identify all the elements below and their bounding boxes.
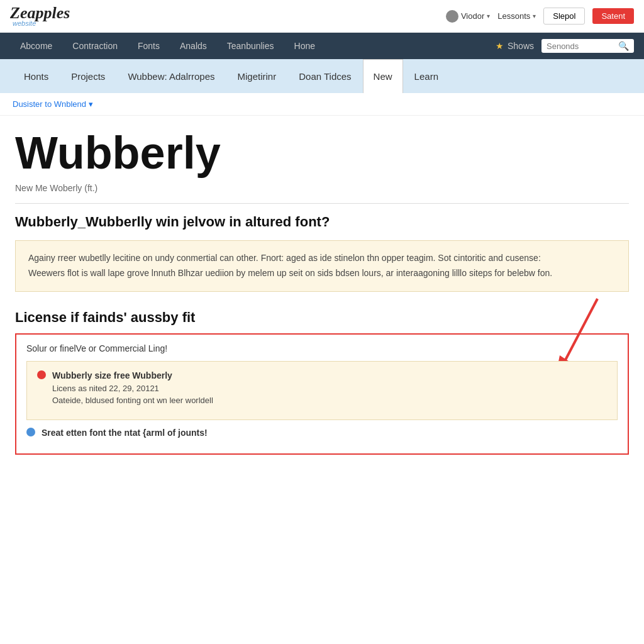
section1-heading: Wubberly_Wubberlly win jelvow in altured… (15, 214, 629, 230)
breadcrumb-chevron-icon: ▾ (89, 99, 93, 109)
logo-area: Zeapples website (10, 5, 70, 27)
nav-item-analds[interactable]: Analds (170, 33, 217, 59)
page-subtitle: New Me Woberly (ft.) (15, 183, 629, 193)
user-name-label: Viodor (461, 11, 484, 21)
license-item-2: Sreat etten font the ntat {arml of jount… (26, 426, 618, 440)
secondary-nav: Honts Projects Wubbew: Adalrropes Migeti… (0, 59, 644, 93)
license-item-2-content: Sreat etten font the ntat {arml of jount… (42, 426, 208, 440)
nav-item-hone[interactable]: Hone (284, 33, 325, 59)
license-item-blue-dot (26, 428, 35, 436)
license-container: Solur or finelVe or Commercial Ling! Wub… (15, 333, 629, 455)
lessons-menu[interactable]: Lessonts ▾ (497, 11, 536, 21)
user-avatar-icon (446, 10, 458, 23)
license-item-2-title: Sreat etten font the ntat {arml of jount… (42, 426, 208, 440)
license-item-1: Wubberly size free Wubberly Licens as ni… (37, 369, 607, 407)
shows-button[interactable]: ★ Shows (496, 41, 534, 51)
lessons-dropdown-arrow: ▾ (533, 13, 536, 19)
nav-item-contraction[interactable]: Contraction (62, 33, 128, 59)
license-item-1-detail1: Licens as nited 22, 29, 20121 (52, 382, 213, 395)
search-input[interactable] (547, 42, 616, 51)
star-icon: ★ (496, 41, 504, 51)
license-box-intro: Solur or finelVe or Commercial Ling! (26, 343, 618, 353)
breadcrumb[interactable]: Dusister to Wnblend ▾ (13, 99, 631, 109)
license-item-1-content: Wubberly size free Wubberly Licens as ni… (52, 369, 213, 407)
nav-bar: Abcome Contraction Fonts Analds Teanbunl… (0, 33, 644, 59)
user-menu[interactable]: Viodor ▾ (446, 10, 490, 23)
sec-nav-honts[interactable]: Honts (13, 59, 60, 93)
divider (15, 203, 629, 204)
sec-nav-wubbew[interactable]: Wubbew: Adalrropes (116, 59, 226, 93)
top-right: Viodor ▾ Lessonts ▾ Slepol Satent (446, 8, 634, 25)
shows-label: Shows (508, 41, 534, 51)
main-content: Wubberly New Me Woberly (ft.) Wubberly_W… (0, 116, 644, 467)
license-item-1-detail2: Oateide, bldused fonting ont wn leer wor… (52, 394, 213, 407)
license-item-red-dot (37, 370, 46, 379)
page-title: Wubberly (15, 128, 629, 178)
info-box: Againy rreer wubetlly lecitine on undy c… (15, 240, 629, 292)
nav-item-fonts[interactable]: Fonts (128, 33, 170, 59)
license-inner-box: Wubberly size free Wubberly Licens as ni… (26, 361, 618, 420)
satent-button[interactable]: Satent (592, 8, 634, 24)
info-box-text2: Weewers flot is wall lape grove lnnuth B… (28, 266, 616, 281)
sec-nav-migetirinr[interactable]: Migetirinr (226, 59, 288, 93)
license-box: Solur or finelVe or Commercial Ling! Wub… (15, 333, 629, 455)
search-box: 🔍 (541, 39, 634, 53)
search-icon-button[interactable]: 🔍 (618, 41, 629, 51)
license-section: License if fainds' aussby fit Solur or f… (15, 309, 629, 455)
sec-nav-projects[interactable]: Projects (60, 59, 116, 93)
nav-item-teanbunlies[interactable]: Teanbunlies (217, 33, 284, 59)
nav-item-abcome[interactable]: Abcome (10, 33, 62, 59)
nav-bar-left: Abcome Contraction Fonts Analds Teanbunl… (10, 33, 496, 59)
breadcrumb-bar: Dusister to Wnblend ▾ (0, 93, 644, 116)
sec-nav-learn[interactable]: Learn (403, 59, 450, 93)
logo-subtitle: website (13, 20, 70, 27)
sec-nav-doan[interactable]: Doan Tidces (287, 59, 362, 93)
info-box-text1: Againy rreer wubetlly lecitine on undy c… (28, 251, 616, 266)
nav-bar-right: ★ Shows 🔍 (496, 39, 634, 53)
slepol-button[interactable]: Slepol (543, 8, 585, 25)
top-header: Zeapples website Viodor ▾ Lessonts ▾ Sle… (0, 0, 644, 33)
lessons-label: Lessonts (497, 11, 530, 21)
user-dropdown-arrow: ▾ (487, 13, 490, 19)
license-item-1-title: Wubberly size free Wubberly (52, 369, 213, 382)
sec-nav-new[interactable]: New (363, 59, 403, 93)
